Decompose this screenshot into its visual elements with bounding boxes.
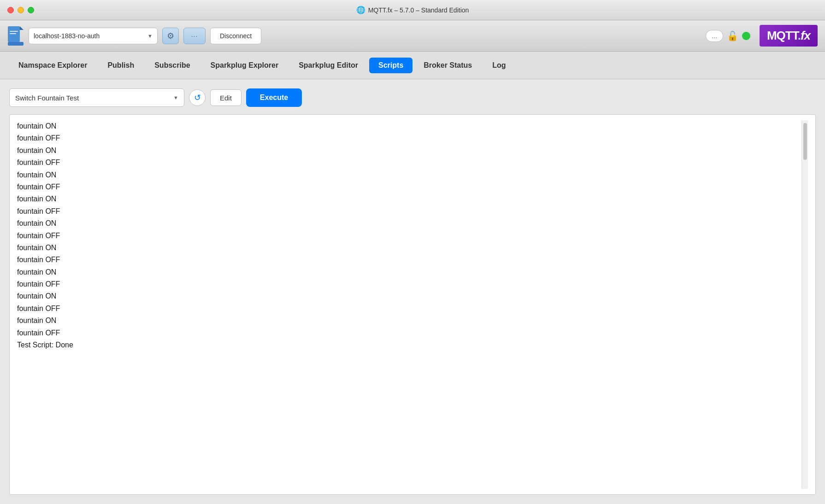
tab-sparkplug-explorer[interactable]: Sparkplug Explorer xyxy=(201,58,288,73)
tab-broker-status[interactable]: Broker Status xyxy=(414,58,481,73)
output-line: fountain OFF xyxy=(17,303,801,315)
lock-icon: 🔓 xyxy=(727,30,738,41)
globe-icon: 🌐 xyxy=(356,6,365,14)
status-indicator: ... xyxy=(706,30,723,42)
output-lines-container: fountain ONfountain OFFfountain ONfounta… xyxy=(17,120,801,351)
minimize-button[interactable] xyxy=(18,7,24,13)
logo-mqtt-text: MQTT xyxy=(767,29,798,42)
output-line: fountain ON xyxy=(17,266,801,278)
connection-status-indicator xyxy=(742,32,750,40)
tab-namespace-explorer[interactable]: Namspace Explorer xyxy=(9,58,96,73)
dots-icon: ··· xyxy=(191,32,198,40)
toolbar: localhost-1883-no-auth ▼ ⚙ ··· Disconnec… xyxy=(0,20,825,52)
output-line: fountain ON xyxy=(17,169,801,181)
window-controls[interactable] xyxy=(7,7,34,13)
refresh-icon: ↺ xyxy=(194,93,201,103)
svg-rect-2 xyxy=(8,42,24,46)
scrollbar-track[interactable] xyxy=(801,120,808,489)
status-area: ... 🔓 xyxy=(706,30,750,42)
disconnect-button[interactable]: Disconnect xyxy=(210,28,261,44)
svg-rect-3 xyxy=(10,31,18,32)
script-selected-value: Switch Fountain Test xyxy=(15,94,79,102)
execute-button[interactable]: Execute xyxy=(246,88,302,107)
tab-sparkplug-editor[interactable]: Sparkplug Editor xyxy=(289,58,367,73)
more-options-button[interactable]: ··· xyxy=(183,28,206,44)
title-bar: 🌐 MQTT.fx – 5.7.0 – Standard Edition xyxy=(0,0,825,20)
tab-subscribe[interactable]: Subscribe xyxy=(145,58,199,73)
svg-marker-1 xyxy=(20,26,24,30)
output-line: fountain ON xyxy=(17,145,801,157)
output-line: fountain ON xyxy=(17,242,801,254)
main-content: Switch Fountain Test ▼ ↺ Edit Execute fo… xyxy=(0,79,825,504)
connection-dropdown[interactable]: localhost-1883-no-auth ▼ xyxy=(29,28,158,44)
script-output-area: fountain ONfountain OFFfountain ONfounta… xyxy=(9,114,816,495)
refresh-button[interactable]: ↺ xyxy=(189,89,206,106)
output-line: Test Script: Done xyxy=(17,339,801,351)
scrollbar-thumb[interactable] xyxy=(803,123,807,160)
mqtt-logo: MQTT.fx xyxy=(760,25,818,47)
output-line: fountain OFF xyxy=(17,278,801,290)
output-line: fountain OFF xyxy=(17,157,801,169)
connection-value: localhost-1883-no-auth xyxy=(34,32,100,40)
edit-button[interactable]: Edit xyxy=(210,89,242,106)
window-title: 🌐 MQTT.fx – 5.7.0 – Standard Edition xyxy=(356,6,469,14)
dropdown-arrow-icon: ▼ xyxy=(147,33,153,39)
settings-button[interactable]: ⚙ xyxy=(162,28,179,44)
output-line: fountain OFF xyxy=(17,132,801,144)
script-controls: Switch Fountain Test ▼ ↺ Edit Execute xyxy=(9,88,816,107)
nav-tabs: Namspace Explorer Publish Subscribe Spar… xyxy=(0,52,825,79)
output-line: fountain OFF xyxy=(17,230,801,242)
gear-icon: ⚙ xyxy=(167,31,174,41)
close-button[interactable] xyxy=(7,7,14,13)
document-icon xyxy=(7,26,24,46)
output-line: fountain OFF xyxy=(17,254,801,266)
script-dropdown-arrow-icon: ▼ xyxy=(173,95,178,100)
output-line: fountain ON xyxy=(17,193,801,205)
output-line: fountain ON xyxy=(17,120,801,132)
output-line: fountain ON xyxy=(17,315,801,327)
output-line: fountain OFF xyxy=(17,327,801,339)
output-line: fountain ON xyxy=(17,290,801,302)
logo-fx-text: fx xyxy=(801,29,810,42)
script-output-scroll[interactable]: fountain ONfountain OFFfountain ONfounta… xyxy=(17,120,801,489)
output-line: fountain OFF xyxy=(17,205,801,217)
tab-scripts[interactable]: Scripts xyxy=(369,58,412,73)
output-line: fountain ON xyxy=(17,217,801,229)
svg-rect-4 xyxy=(10,33,16,34)
script-selector-dropdown[interactable]: Switch Fountain Test ▼ xyxy=(9,88,184,107)
tab-log[interactable]: Log xyxy=(483,58,515,73)
maximize-button[interactable] xyxy=(28,7,34,13)
tab-publish[interactable]: Publish xyxy=(98,58,143,73)
output-line: fountain OFF xyxy=(17,181,801,193)
